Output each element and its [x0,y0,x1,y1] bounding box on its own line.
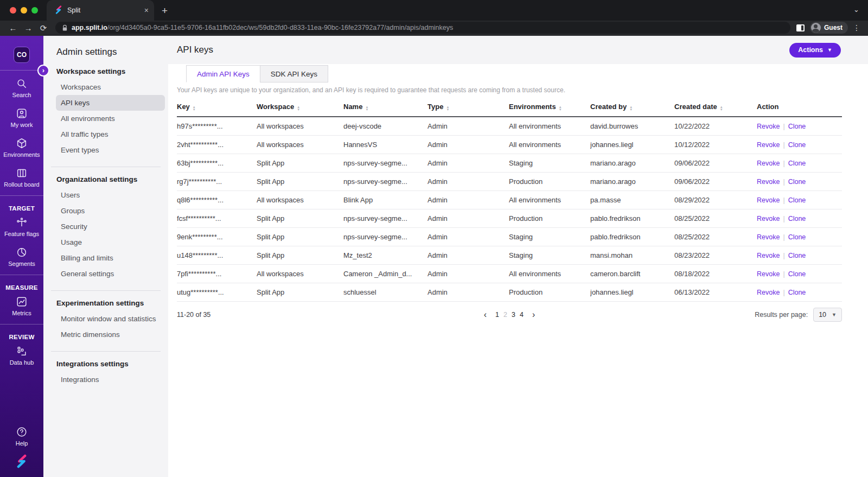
sidebar-item-segments[interactable]: Segments [0,246,43,267]
column-header-environments[interactable]: Environments▲▼ [509,98,590,117]
url-bar[interactable]: app.split.io/org/4d3405a0-9ca5-11e5-9706… [55,22,790,34]
settings-nav-item-metric-dimensions[interactable]: Metric dimensions [56,327,165,342]
clone-link[interactable]: Clone [788,252,806,259]
sidebar-item-my-work[interactable]: My work [0,107,43,128]
sidebar-item-label: Rollout board [4,181,39,188]
settings-nav-item-monitor-window-and-statistics[interactable]: Monitor window and statistics [56,311,165,327]
column-header-type[interactable]: Type▲▼ [427,98,509,117]
clone-link[interactable]: Clone [788,270,806,278]
actions-button[interactable]: Actions ▼ [789,43,841,58]
link-separator: | [783,289,784,296]
browser-tabstrip: Split × + ⌄ [0,0,868,21]
cell-action: Revoke|Clone [757,209,842,227]
column-header-name[interactable]: Name▲▼ [343,98,427,117]
settings-nav-item-billing-and-limits[interactable]: Billing and limits [56,250,165,266]
api-keys-description: Your API keys are unique to your organiz… [177,86,842,94]
forward-button[interactable]: → [22,24,35,32]
clone-link[interactable]: Clone [788,160,806,167]
settings-nav-item-workspaces[interactable]: Workspaces [56,79,165,95]
back-button[interactable]: ← [7,24,20,32]
cell-key: u148*********... [177,246,257,264]
tab-admin-api-keys[interactable]: Admin API Keys [186,65,260,82]
workspace-badge[interactable]: CO [14,47,30,63]
cell-name: Blink App [343,190,427,209]
revoke-link[interactable]: Revoke [757,252,780,259]
clone-link[interactable]: Clone [788,196,806,204]
sidebar-item-search[interactable]: Search [0,78,43,98]
pagination-prev-icon[interactable]: ‹ [482,310,489,319]
revoke-link[interactable]: Revoke [757,141,780,149]
revoke-link[interactable]: Revoke [757,270,780,278]
sidebar-section-measure: MEASUREMetrics [0,277,43,321]
clone-link[interactable]: Clone [788,289,806,296]
cell-environments: Production [509,209,590,227]
settings-nav-item-groups[interactable]: Groups [56,203,165,219]
page-number-3[interactable]: 3 [512,311,515,319]
settings-nav-item-event-types[interactable]: Event types [56,142,165,158]
sidebar-item-feature-flags[interactable]: Feature flags [0,217,43,237]
sidebar-item-data-hub[interactable]: Data hub [0,345,43,366]
settings-nav-item-users[interactable]: Users [56,187,165,203]
column-header-key[interactable]: Key▲▼ [177,98,257,117]
revoke-link[interactable]: Revoke [757,289,780,296]
cell-environments: Staging [509,154,590,172]
minimize-window-button[interactable] [21,7,27,14]
clone-link[interactable]: Clone [788,233,806,241]
new-tab-button[interactable]: + [162,5,168,16]
settings-nav-item-integrations[interactable]: Integrations [56,372,165,387]
sidebar-section-review: REVIEWData hub [0,327,43,370]
column-header-created-date[interactable]: Created date▲▼ [674,98,757,117]
settings-nav-item-usage[interactable]: Usage [56,234,165,250]
url-path: /org/4d3405a0-9ca5-11e5-9706-16a11fb02de… [107,24,453,31]
tab-sdk-api-keys[interactable]: SDK API Keys [260,65,328,82]
sidebar-divider [0,324,43,325]
sidebar-item-help[interactable]: Help [15,426,29,447]
table-footer: 11-20 of 35 ‹ 1234 › Results per page: 1… [177,302,842,328]
settings-nav-item-all-traffic-types[interactable]: All traffic types [56,126,165,142]
sidebar-expand-button[interactable]: › [37,65,49,77]
link-separator: | [783,252,784,259]
side-panel-icon[interactable] [796,24,805,32]
settings-nav-item-all-environments[interactable]: All environments [56,111,165,126]
browser-menu-icon[interactable]: ⋮ [853,23,860,32]
browser-tab[interactable]: Split × [47,0,154,21]
revoke-link[interactable]: Revoke [757,215,780,222]
clone-link[interactable]: Clone [788,215,806,222]
sidebar-item-metrics[interactable]: Metrics [0,296,43,316]
close-tab-icon[interactable]: × [144,6,149,15]
sidebar-item-label: Data hub [10,359,34,366]
results-per-page-select[interactable]: 10 ▼ [813,308,842,322]
clone-link[interactable]: Clone [788,123,806,130]
lock-icon [62,24,68,31]
maximize-window-button[interactable] [31,7,38,14]
reload-button[interactable]: ⟳ [37,24,50,32]
revoke-link[interactable]: Revoke [757,160,780,167]
settings-nav-item-api-keys[interactable]: API keys [56,95,165,111]
sort-icon: ▲▼ [720,106,723,111]
link-separator: | [783,215,784,222]
clone-link[interactable]: Clone [788,178,806,186]
settings-nav-item-general-settings[interactable]: General settings [56,266,165,282]
link-separator: | [783,178,784,186]
browser-profile-button[interactable]: Guest [810,22,848,34]
sidebar-item-environments[interactable]: Environments [0,137,43,158]
table-row: rg7j**********...Split Appnps-survey-seg… [177,172,842,190]
page-number-1[interactable]: 1 [495,311,499,319]
column-header-workspace[interactable]: Workspace▲▼ [257,98,343,117]
settings-nav-item-security[interactable]: Security [56,219,165,234]
revoke-link[interactable]: Revoke [757,123,780,130]
cell-environments: All environments [509,190,590,209]
revoke-link[interactable]: Revoke [757,233,780,241]
revoke-link[interactable]: Revoke [757,178,780,186]
revoke-link[interactable]: Revoke [757,196,780,204]
page-number-4[interactable]: 4 [520,311,524,319]
help-icon [16,426,28,438]
column-header-created-by[interactable]: Created by▲▼ [590,98,674,117]
tab-search-chevron-icon[interactable]: ⌄ [853,5,859,14]
cell-environments: Production [509,172,590,190]
sidebar-section-header: TARGET [9,205,35,212]
sidebar-item-rollout-board[interactable]: Rollout board [0,167,43,188]
pagination-next-icon[interactable]: › [530,310,537,319]
clone-link[interactable]: Clone [788,141,806,149]
close-window-button[interactable] [10,7,16,14]
